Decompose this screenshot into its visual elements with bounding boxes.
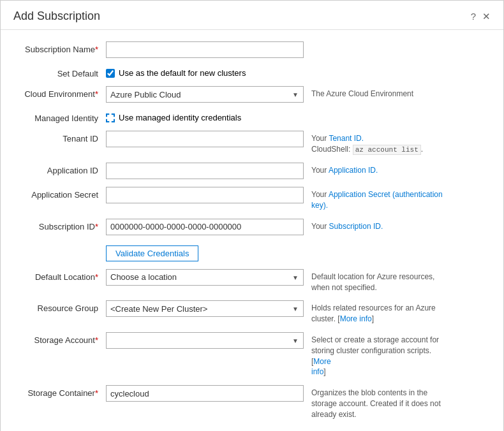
application-id-row: Application ID Your Application ID. (13, 163, 491, 179)
default-location-select-wrap: Choose a location East US West US West E… (106, 269, 304, 286)
application-id-label: Application ID (13, 163, 106, 175)
validate-credentials-button[interactable]: Validate Credentials (106, 245, 198, 261)
storage-account-info-link[interactable]: info (311, 367, 323, 376)
dialog-header: Add Subscription ? ✕ (1, 1, 503, 30)
subscription-id-row: Subscription ID* Your Subscription ID. (13, 219, 491, 235)
tenant-id-input[interactable] (106, 131, 304, 147)
close-icon[interactable]: ✕ (482, 11, 491, 22)
help-icon[interactable]: ? (471, 11, 476, 22)
tenant-id-hint: Your Tenant ID. CloudShell: az account l… (311, 131, 423, 155)
dialog-header-icons: ? ✕ (471, 11, 491, 22)
storage-container-hint: Organizes the blob contents in the stora… (311, 385, 445, 420)
storage-account-label: Storage Account* (13, 332, 106, 345)
storage-account-select-wrap: ▼ (106, 332, 304, 349)
managed-identity-checkbox-label: Use managed identity credentials (119, 113, 241, 122)
managed-identity-checkbox[interactable] (106, 113, 115, 122)
add-subscription-dialog: Add Subscription ? ✕ Subscription Name* … (0, 0, 504, 431)
default-location-row: Default Location* Choose a location East… (13, 269, 491, 293)
application-secret-row: Application Secret Your Application Secr… (13, 187, 491, 211)
application-secret-input[interactable] (106, 187, 304, 203)
subscription-id-link[interactable]: Subscription ID. (329, 222, 383, 231)
cloud-environment-row: Cloud Environment* Azure Public Cloud Az… (13, 86, 491, 103)
cloud-environment-select[interactable]: Azure Public Cloud Azure Government Clou… (106, 86, 304, 103)
subscription-name-label: Subscription Name* (13, 41, 106, 54)
default-location-select[interactable]: Choose a location East US West US West E… (106, 269, 304, 286)
set-default-row: Set Default Use as the default for new c… (13, 66, 491, 78)
tenant-id-label: Tenant ID (13, 131, 106, 143)
set-default-checkbox-label: Use as the default for new clusters (119, 68, 246, 78)
resource-group-row: Resource Group <Create New Per Cluster> … (13, 300, 491, 325)
set-default-checkbox-row: Use as the default for new clusters (106, 66, 246, 78)
application-secret-label: Application Secret (13, 187, 106, 200)
resource-group-more-info-link[interactable]: More info (340, 314, 372, 323)
managed-identity-label: Managed Identity (13, 110, 106, 123)
subscription-name-control (106, 41, 491, 58)
tenant-id-link[interactable]: Tenant ID. (329, 134, 364, 143)
validate-row: Validate Credentials (13, 243, 491, 261)
set-default-checkbox[interactable] (106, 69, 115, 78)
storage-account-hint: Select or create a storage account for s… (311, 332, 445, 377)
resource-group-label: Resource Group (13, 300, 106, 313)
application-secret-hint: Your Application Secret (authentication … (311, 187, 445, 211)
dialog-title: Add Subscription (13, 10, 100, 23)
storage-container-input[interactable] (106, 385, 304, 402)
set-default-label: Set Default (13, 66, 106, 78)
default-location-label: Default Location* (13, 269, 106, 282)
tenant-id-row: Tenant ID Your Tenant ID. CloudShell: az… (13, 131, 491, 155)
application-id-hint: Your Application ID. (311, 163, 378, 176)
dialog-body: Subscription Name* Set Default Use as th… (1, 30, 503, 431)
subscription-name-input[interactable] (106, 41, 304, 58)
default-location-hint: Default location for Azure resources, wh… (311, 269, 445, 293)
cloud-environment-select-wrap: Azure Public Cloud Azure Government Clou… (106, 86, 304, 103)
subscription-id-hint: Your Subscription ID. (311, 219, 383, 232)
storage-account-select[interactable] (106, 332, 304, 349)
cloud-environment-hint: The Azure Cloud Environment (311, 86, 413, 99)
application-secret-link[interactable]: Application Secret (authentication key). (311, 190, 443, 210)
storage-account-row: Storage Account* ▼ Select or create a st… (13, 332, 491, 377)
subscription-name-row: Subscription Name* (13, 41, 491, 58)
managed-identity-row: Managed Identity Use managed identity cr… (13, 110, 491, 123)
subscription-id-input[interactable] (106, 219, 304, 235)
resource-group-hint: Holds related resources for an Azure clu… (311, 300, 445, 325)
subscription-id-label: Subscription ID* (13, 219, 106, 231)
resource-group-select[interactable]: <Create New Per Cluster> (106, 300, 304, 317)
storage-container-row: Storage Container* Organizes the blob co… (13, 385, 491, 420)
application-id-link[interactable]: Application ID. (329, 166, 378, 175)
storage-account-more-link[interactable]: More (313, 357, 330, 366)
application-id-input[interactable] (106, 163, 304, 179)
cloud-environment-label: Cloud Environment* (13, 86, 106, 99)
resource-group-select-wrap: <Create New Per Cluster> ▼ (106, 300, 304, 317)
storage-container-label: Storage Container* (13, 385, 106, 398)
